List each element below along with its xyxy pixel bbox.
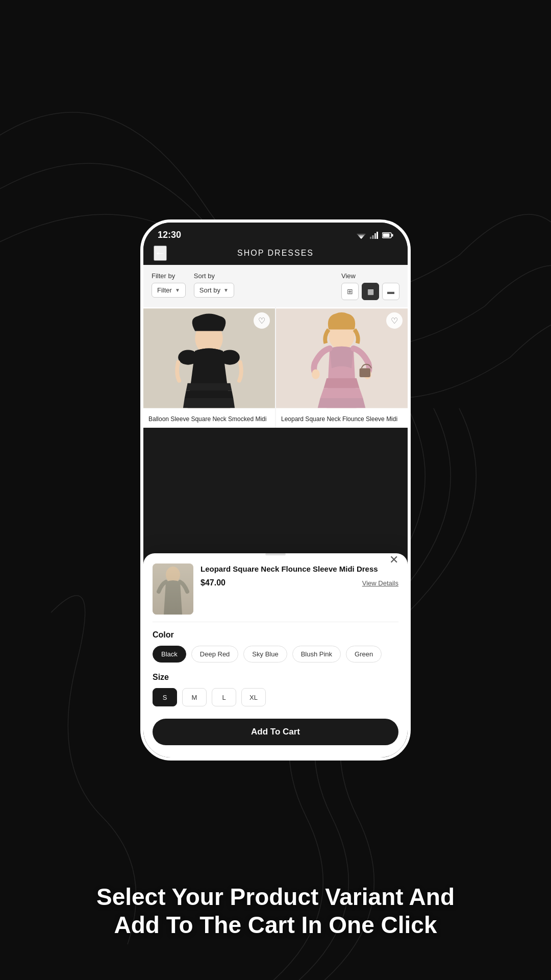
modal-product-info: Leopard Square Neck Flounce Sleeve Midi … (201, 564, 398, 587)
svg-point-14 (178, 350, 198, 364)
status-time: 12:30 (158, 230, 181, 240)
product-card-1[interactable]: ♡ Balloon Sleeve Square Neck Smocked Mid… (143, 307, 275, 428)
svg-point-19 (312, 369, 320, 379)
grid-2-view-button[interactable]: ▦ (362, 283, 379, 300)
color-option-deep-red[interactable]: Deep Red (191, 646, 239, 663)
modal-divider (153, 622, 398, 622)
svg-point-15 (220, 350, 240, 364)
filter-group: Filter by Filter ▼ (152, 272, 186, 298)
size-option-l[interactable]: L (212, 688, 236, 706)
color-option-blush-pink[interactable]: Blush Pink (292, 646, 341, 663)
caption-text: Select Your Product Variant And Add To T… (0, 883, 551, 939)
color-option-sky-blue[interactable]: Sky Blue (243, 646, 287, 663)
signal-icon (370, 232, 378, 239)
caption-line1: Select Your Product Variant And (31, 883, 520, 911)
grid-3-view-button[interactable]: ⊞ (341, 283, 359, 300)
app-header: ← SHOP DRESSES (143, 244, 408, 265)
modal-thumbnail-image (153, 564, 193, 615)
view-group: View ⊞ ▦ ▬ (341, 272, 399, 300)
size-option-s[interactable]: S (153, 688, 177, 706)
svg-rect-9 (392, 234, 393, 236)
products-grid: ♡ Balloon Sleeve Square Neck Smocked Mid… (143, 307, 408, 428)
sort-group: Sort by Sort by ▼ (194, 272, 234, 298)
size-options: S M L XL (143, 688, 408, 706)
modal-product-price: $47.00 (201, 578, 226, 587)
view-buttons: ⊞ ▦ ▬ (341, 283, 399, 300)
modal-product-row: Leopard Square Neck Flounce Sleeve Midi … (143, 564, 408, 622)
color-section-label: Color (143, 630, 408, 640)
modal-view-details-link[interactable]: View Details (362, 579, 398, 587)
filter-dropdown[interactable]: Filter ▼ (152, 283, 186, 298)
caption-line2: Add To The Cart In One Click (31, 911, 520, 939)
filter-chevron-icon: ▼ (175, 287, 180, 293)
status-icons (357, 232, 393, 239)
wishlist-button-2[interactable]: ♡ (386, 312, 403, 329)
sort-by-label: Sort by (194, 272, 234, 280)
modal-close-button[interactable]: ✕ (389, 554, 398, 566)
battery-icon (382, 232, 393, 238)
product-info-2: Leopard Square Neck Flounce Sleeve Midi (276, 411, 408, 428)
filter-by-label: Filter by (152, 272, 186, 280)
size-option-m[interactable]: M (182, 688, 207, 706)
svg-rect-10 (383, 233, 390, 237)
svg-rect-7 (377, 232, 378, 239)
status-bar: 12:30 (143, 223, 408, 244)
back-button[interactable]: ← (154, 246, 167, 261)
view-label: View (341, 272, 399, 280)
add-to-cart-button[interactable]: Add To Cart (153, 719, 398, 745)
svg-marker-3 (360, 237, 363, 239)
modal-product-price-row: $47.00 View Details (201, 578, 398, 587)
modal-overlay: ✕ Leopard Square Neck Flounce Sleeve Mid… (143, 547, 408, 757)
modal-product-name: Leopard Square Neck Flounce Sleeve Midi … (201, 564, 398, 574)
filter-bar: Filter by Filter ▼ Sort by Sort by ▼ Vie… (143, 265, 408, 307)
svg-rect-21 (360, 368, 370, 377)
product-info-1: Balloon Sleeve Square Neck Smocked Midi (143, 411, 275, 428)
svg-rect-4 (370, 237, 371, 239)
modal-handle-bar (265, 553, 286, 555)
product-name-2: Leopard Square Neck Flounce Sleeve Midi (281, 415, 403, 424)
wifi-icon (357, 232, 366, 239)
size-section-label: Size (143, 673, 408, 682)
modal-product-thumbnail (153, 564, 193, 615)
svg-rect-6 (374, 233, 376, 239)
sort-dropdown-text: Sort by (199, 286, 220, 294)
filter-dropdown-text: Filter (157, 286, 172, 294)
color-option-black[interactable]: Black (153, 646, 186, 663)
modal-sheet: ✕ Leopard Square Neck Flounce Sleeve Mid… (143, 553, 408, 757)
list-view-button[interactable]: ▬ (382, 283, 399, 300)
size-option-xl[interactable]: XL (241, 688, 266, 706)
wishlist-button-1[interactable]: ♡ (254, 312, 270, 329)
product-name-1: Balloon Sleeve Square Neck Smocked Midi (148, 415, 270, 424)
product-card-2[interactable]: ♡ Leopard Square Neck Flounce Sleeve Mid… (276, 307, 408, 428)
sort-dropdown[interactable]: Sort by ▼ (194, 283, 234, 298)
svg-rect-5 (372, 235, 374, 239)
color-option-green[interactable]: Green (346, 646, 382, 663)
page-title: SHOP DRESSES (237, 249, 314, 258)
sort-chevron-icon: ▼ (223, 287, 229, 293)
phone-shell: 12:30 ← SHOP DRESSE (140, 219, 411, 761)
color-options: Black Deep Red Sky Blue Blush Pink Green (143, 646, 408, 663)
